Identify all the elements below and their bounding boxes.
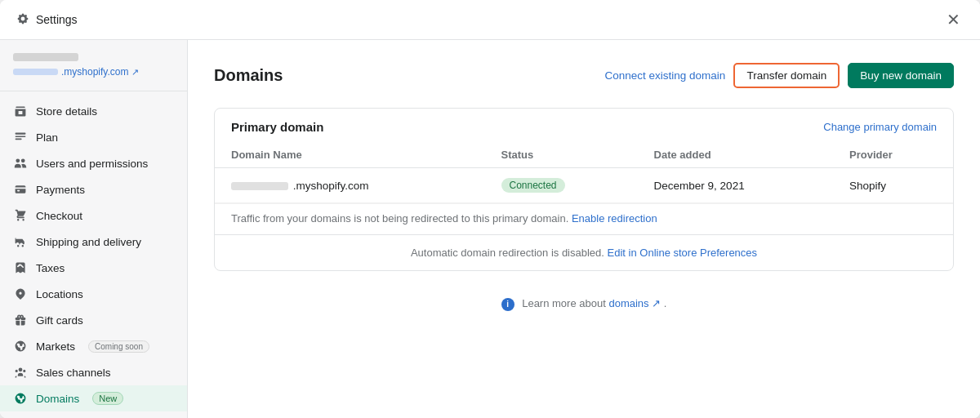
markets-icon	[13, 339, 28, 354]
payments-icon	[13, 182, 28, 197]
domains-header: Domains Connect existing domain Transfer…	[214, 63, 954, 88]
domain-name-blur	[231, 182, 288, 190]
transfer-domain-button[interactable]: Transfer domain	[733, 63, 840, 88]
sidebar-item-store-details[interactable]: Store details	[0, 98, 187, 124]
sidebar-item-domains[interactable]: Domains New	[0, 385, 187, 411]
checkout-icon	[13, 208, 28, 223]
svg-rect-1	[16, 136, 26, 137]
header-left: Settings	[16, 12, 78, 28]
learn-more-suffix: .	[664, 297, 667, 309]
sidebar-item-label: Users and permissions	[36, 158, 148, 170]
traffic-notice-text: Traffic from your domains is not being r…	[231, 212, 568, 225]
external-link-icon: ↗	[131, 67, 139, 78]
auto-redirect-banner: Automatic domain redirection is disabled…	[215, 234, 953, 270]
sidebar-item-label: Shipping and delivery	[36, 236, 141, 248]
coming-soon-badge: Coming soon	[88, 340, 149, 353]
svg-rect-0	[16, 132, 26, 134]
sidebar-item-label: Locations	[36, 288, 83, 300]
store-info: .myshopify.com ↗	[0, 53, 187, 91]
sidebar-item-label: Checkout	[36, 210, 82, 222]
table-row: .myshopify.com Connected December 9, 202…	[215, 168, 953, 203]
store-url-bar	[13, 69, 58, 75]
modal-header: Settings ✕	[0, 0, 980, 40]
new-badge: New	[92, 392, 123, 405]
learn-more-prefix: Learn more about	[522, 297, 606, 309]
modal-title: Settings	[36, 13, 78, 26]
change-primary-domain-button[interactable]: Change primary domain	[823, 121, 937, 133]
col-header-date-added: Date added	[638, 142, 833, 168]
auto-redirect-text: Automatic domain redirection is disabled…	[411, 247, 604, 259]
plan-icon	[13, 130, 28, 145]
col-header-status: Status	[485, 142, 638, 168]
traffic-notice: Traffic from your domains is not being r…	[215, 203, 953, 234]
store-icon	[13, 104, 28, 118]
connect-existing-button[interactable]: Connect existing domain	[605, 69, 726, 82]
sidebar: .myshopify.com ↗ Store details Plan	[0, 40, 188, 418]
primary-domain-title: Primary domain	[231, 120, 323, 134]
gear-icon	[16, 12, 29, 28]
sidebar-item-payments[interactable]: Payments	[0, 176, 187, 202]
primary-domain-card: Primary domain Change primary domain Dom…	[214, 108, 954, 271]
main-content: Domains Connect existing domain Transfer…	[188, 40, 980, 418]
date-added-cell: December 9, 2021	[638, 168, 833, 203]
sidebar-item-notifications[interactable]: Notifications	[0, 411, 187, 418]
col-header-provider: Provider	[833, 142, 953, 168]
sidebar-item-label: Plan	[36, 131, 58, 144]
domains-table: Domain Name Status Date added Provider .…	[215, 142, 953, 203]
shipping-icon	[13, 234, 28, 249]
buy-new-domain-button[interactable]: Buy new domain	[848, 63, 954, 88]
domain-name-cell: .myshopify.com	[215, 168, 485, 203]
domains-actions: Connect existing domain Transfer domain …	[605, 63, 954, 88]
sidebar-item-sales-channels[interactable]: Sales channels	[0, 359, 187, 385]
sidebar-item-label: Store details	[36, 105, 97, 118]
sidebar-item-label: Sales channels	[36, 367, 111, 379]
card-header: Primary domain Change primary domain	[215, 109, 953, 142]
domain-suffix: .myshopify.com	[293, 180, 369, 192]
sidebar-item-label: Domains	[36, 393, 79, 405]
status-cell: Connected	[485, 168, 638, 203]
sidebar-item-label: Taxes	[36, 262, 65, 274]
info-icon: i	[501, 298, 514, 311]
status-badge: Connected	[501, 178, 565, 193]
domains-icon	[13, 391, 28, 406]
taxes-icon	[13, 260, 28, 275]
svg-rect-2	[16, 139, 22, 140]
sidebar-item-label: Payments	[36, 184, 85, 196]
modal-body: .myshopify.com ↗ Store details Plan	[0, 40, 980, 418]
settings-modal: Settings ✕ .myshopify.com ↗ Store detail…	[0, 0, 980, 418]
domains-link[interactable]: domains ↗	[608, 297, 661, 309]
page-title: Domains	[214, 66, 283, 85]
enable-redirection-link[interactable]: Enable redirection	[572, 212, 657, 225]
col-header-domain-name: Domain Name	[215, 142, 485, 168]
store-url[interactable]: .myshopify.com ↗	[13, 66, 174, 78]
gift-icon	[13, 313, 28, 327]
learn-more-section: i Learn more about domains ↗ .	[214, 284, 954, 324]
sidebar-item-plan[interactable]: Plan	[0, 124, 187, 150]
sidebar-item-checkout[interactable]: Checkout	[0, 202, 187, 229]
sales-icon	[13, 365, 28, 380]
store-name-bar	[13, 53, 78, 61]
store-url-suffix: .myshopify.com	[61, 66, 128, 78]
sidebar-item-label: Gift cards	[36, 314, 83, 327]
sidebar-item-label: Markets	[36, 340, 75, 353]
sidebar-item-shipping[interactable]: Shipping and delivery	[0, 229, 187, 255]
sidebar-item-locations[interactable]: Locations	[0, 281, 187, 307]
sidebar-item-markets[interactable]: Markets Coming soon	[0, 333, 187, 359]
users-icon	[13, 156, 28, 171]
location-icon	[13, 287, 28, 301]
sidebar-item-taxes[interactable]: Taxes	[0, 255, 187, 281]
edit-preferences-link[interactable]: Edit in Online store Preferences	[608, 247, 758, 259]
sidebar-item-users[interactable]: Users and permissions	[0, 150, 187, 176]
sidebar-item-gift-cards[interactable]: Gift cards	[0, 307, 187, 333]
provider-cell: Shopify	[833, 168, 953, 203]
close-button[interactable]: ✕	[943, 8, 964, 31]
